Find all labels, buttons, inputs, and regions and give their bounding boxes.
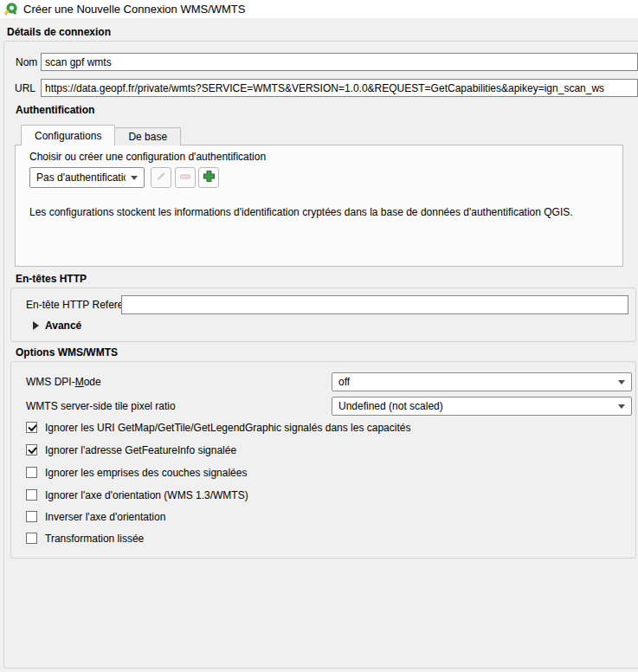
tab-configurations[interactable]: Configurations <box>21 125 115 145</box>
checkbox-row-invert-axis[interactable]: Inverser l'axe d'orientation <box>26 509 165 524</box>
wms-dpi-mode-select[interactable]: off <box>332 372 632 391</box>
tab-de-base[interactable]: De base <box>115 127 181 145</box>
remove-minus-icon <box>179 171 191 185</box>
wmts-pixel-ratio-label: WMTS server-side tile pixel ratio <box>26 400 176 412</box>
checkbox-row-ignore-extents[interactable]: Ignorer les emprises des couches signalé… <box>26 465 247 480</box>
options-group-title: Options WMS/WMTS <box>16 346 118 359</box>
auth-config-select[interactable]: Pas d'authentification <box>29 167 145 188</box>
tab-de-base-label: De base <box>128 131 167 143</box>
checkbox-label: Ignorer les URI GetMap/GetTile/GetLegend… <box>45 422 410 434</box>
window-title: Créer une Nouvelle Connexion WMS/WMTS <box>23 3 245 16</box>
wmts-pixel-ratio-value: Undefined (not scaled) <box>338 400 443 412</box>
wms-dpi-mode-label: WMS DPI-Mode <box>26 376 101 388</box>
add-plus-icon <box>203 170 216 185</box>
advanced-expander-label: Avancé <box>45 320 81 332</box>
advanced-expander[interactable]: Avancé <box>33 320 81 332</box>
checkbox-label: Transformation lissée <box>45 533 144 545</box>
checkbox-row-ignore-getfeatureinfo[interactable]: Ignorer l'adresse GetFeatureInfo signalé… <box>26 443 236 457</box>
wmts-pixel-ratio-select[interactable]: Undefined (not scaled) <box>332 397 632 416</box>
nom-label: Nom <box>16 56 37 68</box>
checkbox[interactable] <box>26 467 37 478</box>
checkbox[interactable] <box>26 533 37 544</box>
window-titlebar: Créer une Nouvelle Connexion WMS/WMTS <box>0 0 638 18</box>
expander-triangle-icon <box>33 321 39 330</box>
remove-auth-config-button[interactable] <box>175 167 196 188</box>
tab-configurations-label: Configurations <box>35 130 101 142</box>
auth-tab-panel: Choisir ou créer une configuration d'aut… <box>15 145 623 267</box>
qgis-logo-icon <box>3 2 18 16</box>
checkbox-label: Ignorer l'axe d'orientation (WMS 1.3/WMT… <box>45 489 248 501</box>
checkbox-label: Inverser l'axe d'orientation <box>45 511 165 523</box>
auth-info-text: Les configurations stockent les informat… <box>29 206 601 218</box>
chevron-down-icon <box>618 380 625 384</box>
auth-tabbar: Configurations De base <box>21 125 181 145</box>
referer-label: En-tête HTTP Referer <box>26 299 126 311</box>
checkbox[interactable] <box>26 444 37 456</box>
nom-input[interactable] <box>41 53 638 71</box>
checkbox[interactable] <box>26 422 37 433</box>
chevron-down-icon <box>131 176 138 180</box>
checkbox-row-smooth-transform[interactable]: Transformation lissée <box>26 531 144 546</box>
details-group-title: Détails de connexion <box>7 26 111 38</box>
new-wms-connection-dialog: Créer une Nouvelle Connexion WMS/WMTS Dé… <box>0 0 638 672</box>
url-input[interactable] <box>41 79 638 97</box>
referer-input[interactable] <box>121 295 628 314</box>
add-auth-config-button[interactable] <box>198 167 219 188</box>
auth-choose-label: Choisir ou créer une configuration d'aut… <box>29 151 266 163</box>
checkbox[interactable] <box>26 489 37 501</box>
wms-dpi-mode-value: off <box>338 376 350 388</box>
checkbox-label: Ignorer l'adresse GetFeatureInfo signalé… <box>45 444 236 456</box>
edit-auth-config-button[interactable] <box>151 167 171 188</box>
checkbox-row-ignore-axis[interactable]: Ignorer l'axe d'orientation (WMS 1.3/WMT… <box>26 488 248 502</box>
url-label: URL <box>15 82 35 94</box>
edit-pencil-icon <box>155 171 167 185</box>
auth-group-title: Authentification <box>16 104 94 116</box>
checkbox-row-ignore-uri[interactable]: Ignorer les URI GetMap/GetTile/GetLegend… <box>26 420 410 435</box>
http-headers-group-title: En-têtes HTTP <box>16 273 87 285</box>
checkbox[interactable] <box>26 511 37 522</box>
auth-config-select-value: Pas d'authentification <box>36 171 126 184</box>
chevron-down-icon <box>618 404 625 409</box>
checkbox-label: Ignorer les emprises des couches signalé… <box>45 467 247 479</box>
